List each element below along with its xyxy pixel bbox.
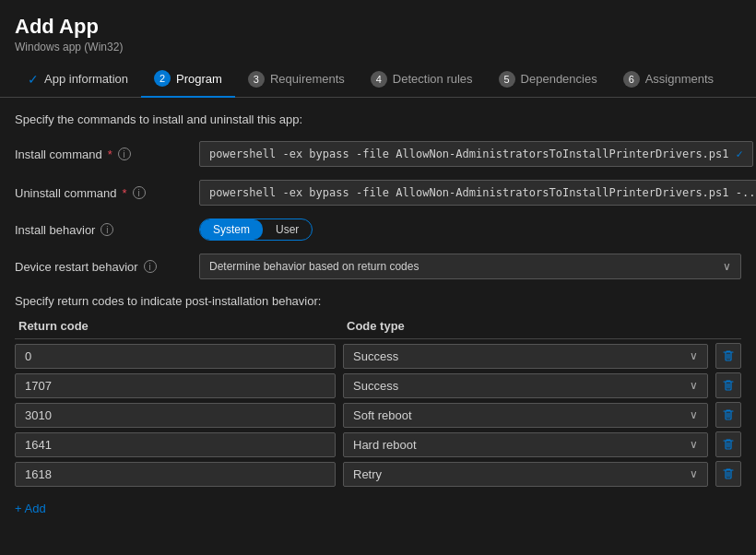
device-restart-value: Determine behavior based on return codes xyxy=(209,260,419,273)
return-code-row-1707: Success ∨ xyxy=(15,372,741,398)
add-link[interactable]: + Add xyxy=(15,502,46,515)
tab-program-label: Program xyxy=(176,72,222,86)
uninstall-command-input[interactable]: powershell -ex bypass -file AllowNon-Adm… xyxy=(199,180,756,206)
section-description: Specify the commands to install and unin… xyxy=(15,112,741,126)
type-value-1641: Hard reboot xyxy=(353,438,417,452)
type-value-1707: Success xyxy=(353,379,398,393)
install-command-row: Install command * i powershell -ex bypas… xyxy=(15,141,741,167)
install-command-label: Install command * i xyxy=(15,148,199,161)
delete-btn-3010[interactable] xyxy=(715,402,741,428)
chevron-down-icon-1618: ∨ xyxy=(690,467,698,480)
check-icon: ✓ xyxy=(28,72,39,87)
delete-btn-1641[interactable] xyxy=(715,431,741,457)
return-code-row-0: Success ∨ xyxy=(15,343,741,369)
chevron-down-icon-1707: ∨ xyxy=(690,379,698,392)
col-code-header: Return code xyxy=(15,319,347,333)
tab-requirements-number: 3 xyxy=(248,71,265,88)
tab-dependencies[interactable]: 5 Dependencies xyxy=(486,62,610,97)
type-select-0[interactable]: Success ∨ xyxy=(343,344,708,369)
uninstall-command-label: Uninstall command * i xyxy=(15,186,199,200)
tab-dependencies-number: 5 xyxy=(499,71,515,88)
tab-detection-rules-label: Detection rules xyxy=(393,72,473,86)
return-code-input-1641[interactable] xyxy=(15,432,336,457)
return-code-input-1707[interactable] xyxy=(15,373,336,398)
return-codes-desc: Specify return codes to indicate post-in… xyxy=(15,294,741,308)
type-value-0: Success xyxy=(353,349,398,363)
trash-icon-0 xyxy=(722,349,735,362)
type-value-1618: Retry xyxy=(353,467,382,481)
info-icon-restart[interactable]: i xyxy=(144,260,157,273)
tab-assignments[interactable]: 6 Assignments xyxy=(610,62,726,97)
page-title: Add App xyxy=(15,15,741,39)
trash-icon-1707 xyxy=(722,379,735,392)
tab-requirements-label: Requirements xyxy=(270,72,345,86)
type-select-3010[interactable]: Soft reboot ∨ xyxy=(343,403,708,428)
tab-assignments-label: Assignments xyxy=(645,72,714,86)
required-star-uninstall: * xyxy=(123,186,127,200)
tab-app-information-label: App information xyxy=(44,72,128,86)
type-select-1641[interactable]: Hard reboot ∨ xyxy=(343,432,708,457)
uninstall-command-row: Uninstall command * i powershell -ex byp… xyxy=(15,180,741,206)
return-code-row-1641: Hard reboot ∨ xyxy=(15,431,741,457)
tab-app-information[interactable]: ✓ App information xyxy=(15,63,141,96)
install-check-icon: ✓ xyxy=(737,148,743,160)
device-restart-row: Device restart behavior i Determine beha… xyxy=(15,254,741,279)
info-icon-behavior[interactable]: i xyxy=(100,223,113,236)
delete-btn-1618[interactable] xyxy=(715,461,741,487)
page-header: Add App Windows app (Win32) xyxy=(0,0,756,61)
chevron-down-icon: ∨ xyxy=(723,260,731,273)
delete-btn-1707[interactable] xyxy=(715,372,741,398)
info-icon-install[interactable]: i xyxy=(118,148,131,160)
type-select-1618[interactable]: Retry ∨ xyxy=(343,462,708,487)
tabs-bar: ✓ App information 2 Program 3 Requiremen… xyxy=(0,61,756,98)
return-code-row-1618: Retry ∨ xyxy=(15,461,741,487)
toggle-system-btn[interactable]: System xyxy=(200,219,263,240)
info-icon-uninstall[interactable]: i xyxy=(133,186,146,199)
chevron-down-icon-0: ∨ xyxy=(690,349,698,362)
main-content: Specify the commands to install and unin… xyxy=(0,98,756,530)
chevron-down-icon-3010: ∨ xyxy=(690,408,698,421)
type-select-1707[interactable]: Success ∨ xyxy=(343,373,708,398)
delete-btn-0[interactable] xyxy=(715,343,741,369)
install-command-input[interactable]: powershell -ex bypass -file AllowNon-Adm… xyxy=(199,141,753,167)
trash-icon-1641 xyxy=(722,438,735,451)
chevron-down-icon-1641: ∨ xyxy=(690,438,698,451)
install-command-value: powershell -ex bypass -file AllowNon-Adm… xyxy=(209,148,729,160)
page-subtitle: Windows app (Win32) xyxy=(15,41,741,53)
return-codes-header: Return code Code type xyxy=(15,319,741,339)
uninstall-command-value: powershell -ex bypass -file AllowNon-Adm… xyxy=(209,186,756,199)
return-codes-section: Specify return codes to indicate post-in… xyxy=(15,294,741,515)
tab-requirements[interactable]: 3 Requirements xyxy=(235,62,358,97)
tab-detection-rules[interactable]: 4 Detection rules xyxy=(358,62,486,97)
device-restart-label: Device restart behavior i xyxy=(15,260,199,274)
type-value-3010: Soft reboot xyxy=(353,408,412,422)
install-behavior-label: Install behavior i xyxy=(15,223,199,237)
return-code-row-3010: Soft reboot ∨ xyxy=(15,402,741,428)
tab-program-number: 2 xyxy=(154,70,171,87)
col-type-header: Code type xyxy=(347,319,741,333)
return-code-input-3010[interactable] xyxy=(15,403,336,428)
tab-dependencies-label: Dependencies xyxy=(521,72,597,86)
install-behavior-row: Install behavior i System User xyxy=(15,218,741,241)
tab-program[interactable]: 2 Program xyxy=(141,61,235,98)
install-behavior-toggle: System User xyxy=(199,218,313,241)
required-star-install: * xyxy=(108,148,112,161)
device-restart-select[interactable]: Determine behavior based on return codes… xyxy=(199,254,741,279)
tab-detection-rules-number: 4 xyxy=(371,71,387,88)
tab-assignments-number: 6 xyxy=(623,71,640,88)
return-code-input-0[interactable] xyxy=(15,344,336,369)
return-code-input-1618[interactable] xyxy=(15,462,336,487)
toggle-user-btn[interactable]: User xyxy=(263,219,312,240)
trash-icon-1618 xyxy=(722,467,735,480)
trash-icon-3010 xyxy=(722,408,735,421)
